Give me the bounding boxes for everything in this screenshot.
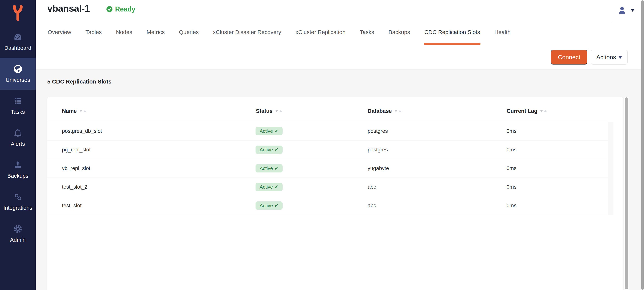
dashboard-gauge-icon [13, 33, 22, 42]
yugabyte-y-icon [12, 5, 24, 21]
status-badge-active: Active ✔ [256, 127, 282, 135]
sidebar-item-dashboard[interactable]: Dashboard [0, 26, 36, 58]
yugabyte-logo[interactable] [0, 0, 36, 26]
tab-backups[interactable]: Backups [388, 28, 410, 45]
slot-current-lag: 0ms [506, 184, 516, 190]
column-header-status[interactable]: Status [256, 108, 282, 114]
sidebar-item-label: Universes [6, 77, 30, 83]
column-header-current-lag[interactable]: Current Lag [506, 108, 547, 114]
sidebar-item-label: Backups [7, 173, 28, 179]
sort-icon [275, 110, 282, 112]
chevron-down-icon [630, 9, 634, 12]
slot-name: postgres_db_slot [62, 128, 102, 134]
sort-icon [540, 110, 547, 112]
check-icon: ✔ [274, 184, 279, 190]
status-badge-active: Active ✔ [256, 183, 282, 191]
slot-database: abc [368, 184, 376, 190]
column-header-name[interactable]: Name [62, 108, 86, 114]
sidebar-item-label: Integrations [4, 205, 32, 211]
status-badge-active: Active ✔ [256, 164, 282, 173]
globe-icon [13, 65, 22, 74]
tab-tasks[interactable]: Tasks [359, 28, 374, 45]
table-row: test_slot_2 Active ✔ abc 0ms [47, 178, 608, 196]
slot-database: postgres [368, 147, 388, 153]
table-scrollbar-track [608, 122, 614, 215]
sidebar-item-label: Dashboard [4, 45, 31, 51]
table-row: yb_repl_slot Active ✔ yugabyte 0ms [47, 159, 608, 178]
universe-header: vbansal-1 Ready Overview Tables Nodes Me… [36, 0, 640, 69]
actions-button[interactable]: Actions [591, 50, 628, 65]
sort-icon [80, 110, 86, 112]
page-scrollbar-thumb[interactable] [641, 1, 644, 289]
sidebar: Dashboard Universes Tasks [0, 0, 36, 290]
bell-icon [13, 128, 22, 137]
page-scrollbar [640, 0, 644, 290]
chevron-down-icon [619, 56, 622, 59]
table-row: pg_repl_slot Active ✔ postgres 0ms [47, 140, 608, 159]
check-icon: ✔ [274, 128, 279, 134]
status-label: Ready [115, 5, 135, 13]
slot-database: abc [368, 203, 376, 209]
table-row: postgres_db_slot Active ✔ postgres 0ms [47, 122, 608, 140]
slot-database: yugabyte [368, 165, 389, 171]
sidebar-item-alerts[interactable]: Alerts [0, 122, 36, 154]
check-icon: ✔ [274, 166, 279, 171]
slot-name: yb_repl_slot [62, 165, 90, 171]
sidebar-item-label: Alerts [11, 141, 25, 147]
task-list-icon [13, 96, 22, 105]
sidebar-item-integrations[interactable]: Integrations [0, 186, 36, 218]
check-icon: ✔ [274, 203, 279, 209]
sidebar-item-backups[interactable]: Backups [0, 154, 36, 186]
tab-cdc-replication-slots[interactable]: CDC Replication Slots [424, 28, 480, 45]
check-icon: ✔ [274, 147, 279, 153]
content-area: 5 CDC Replication Slots Name Status Data… [36, 69, 640, 290]
slot-current-lag: 0ms [506, 128, 516, 134]
tab-xcluster-replication[interactable]: xCluster Replication [295, 28, 346, 45]
slot-current-lag: 0ms [506, 147, 516, 153]
slot-database: postgres [368, 128, 388, 134]
tab-nodes[interactable]: Nodes [116, 28, 133, 45]
actions-button-label: Actions [596, 54, 616, 61]
sidebar-item-label: Tasks [11, 109, 25, 115]
tab-metrics[interactable]: Metrics [146, 28, 165, 45]
status-badge-active: Active ✔ [256, 146, 282, 154]
tab-xcluster-disaster-recovery[interactable]: xCluster Disaster Recovery [212, 28, 282, 45]
sort-icon [394, 110, 402, 112]
status-badge: Ready [106, 5, 135, 13]
status-badge-active: Active ✔ [256, 201, 282, 210]
plug-icon [13, 192, 22, 201]
slots-count-heading: 5 CDC Replication Slots [47, 78, 112, 85]
main-area: vbansal-1 Ready Overview Tables Nodes Me… [36, 0, 640, 290]
table-header-row: Name Status Database Current Lag [47, 97, 608, 122]
slot-current-lag: 0ms [506, 165, 516, 171]
sidebar-item-tasks[interactable]: Tasks [0, 90, 36, 122]
user-menu[interactable] [618, 4, 638, 17]
tab-queries[interactable]: Queries [178, 28, 199, 45]
slot-name: pg_repl_slot [62, 147, 91, 153]
slot-name: test_slot_2 [62, 184, 87, 190]
sidebar-item-label: Admin [10, 237, 26, 243]
slot-name: test_slot [62, 203, 82, 209]
sidebar-item-universes[interactable]: Universes [0, 58, 36, 90]
content-scrollbar [624, 97, 629, 290]
column-header-database[interactable]: Database [368, 108, 402, 114]
slots-table-card: Name Status Database Current Lag postgre [47, 97, 623, 290]
tab-tables[interactable]: Tables [85, 28, 102, 45]
table-row: test_slot Active ✔ abc 0ms [47, 196, 608, 215]
slot-current-lag: 0ms [506, 203, 516, 209]
page-title: vbansal-1 [47, 3, 90, 14]
sidebar-item-admin[interactable]: Admin [0, 218, 36, 250]
backup-upload-icon [13, 161, 22, 170]
header-divider [612, 0, 612, 22]
gear-icon [13, 224, 22, 233]
connect-button[interactable]: Connect [551, 50, 587, 65]
tab-bar: Overview Tables Nodes Metrics Queries xC… [47, 28, 511, 45]
tab-overview[interactable]: Overview [47, 28, 72, 45]
check-circle-icon [106, 6, 113, 13]
user-avatar-icon [618, 6, 626, 15]
content-scrollbar-thumb[interactable] [625, 97, 628, 289]
tab-health[interactable]: Health [494, 28, 511, 45]
